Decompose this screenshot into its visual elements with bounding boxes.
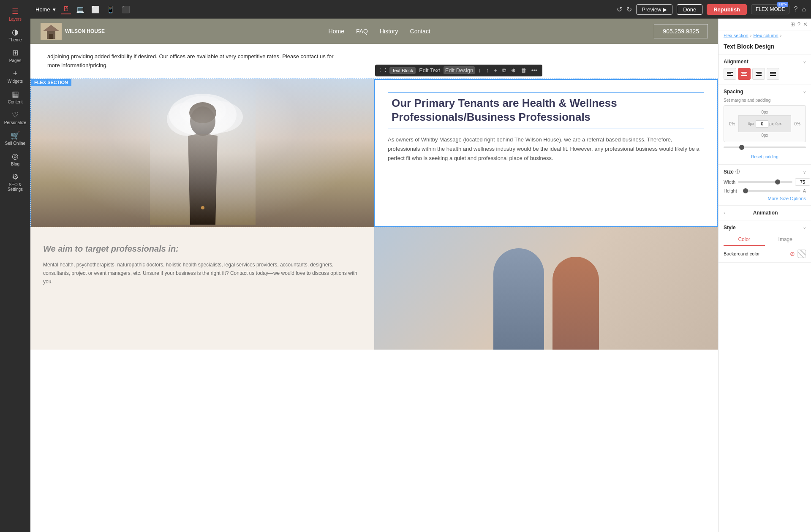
device-desktop-icon[interactable]: 🖥 — [61, 4, 71, 14]
spacing-box: 0px 0% 0px px 0px 0% 0px — [724, 105, 806, 142]
alignment-header[interactable]: Alignment ∨ — [724, 59, 806, 65]
sidebar-item-seo[interactable]: ⚙ SEO & Settings — [0, 170, 30, 195]
breadcrumb-flex-section[interactable]: Flex section — [724, 33, 748, 38]
cloud-overlay — [31, 79, 374, 227]
breadcrumb-sep-1: › — [750, 33, 752, 38]
align-left-button[interactable] — [724, 68, 736, 80]
flex-text-column: ⋮⋮ Text Block Edit Text Edit Design ↓ ↑ … — [374, 79, 718, 227]
flex-mode-badge[interactable]: BETA FLEX MODE — [751, 4, 789, 14]
height-auto-button[interactable]: A — [803, 188, 806, 193]
edit-text-button[interactable]: Edit Text — [417, 66, 442, 74]
duplicate-button[interactable]: ⧉ — [501, 66, 508, 75]
delete-button[interactable]: 🗑 — [519, 66, 528, 74]
person-figure-1 — [493, 248, 544, 350]
device-mobile-icon[interactable]: 📱 — [105, 5, 117, 14]
main-area: Home ▾ 🖥 💻 ⬜ 📱 ⬛ ↺ ↻ Preview ▶ Done Repu… — [30, 0, 811, 532]
help-icon[interactable]: ? — [794, 5, 797, 13]
size-info-icon[interactable]: ⓘ — [735, 169, 740, 175]
sidebar-item-theme[interactable]: ◑ Theme — [0, 25, 30, 46]
width-slider[interactable] — [738, 181, 792, 183]
nav-contact[interactable]: Contact — [410, 28, 430, 35]
preview-button[interactable]: Preview ▶ — [636, 4, 672, 15]
width-input[interactable] — [795, 178, 810, 186]
text-block-toolbar: ⋮⋮ Text Block Edit Text Edit Design ↓ ↑ … — [375, 65, 542, 76]
seo-icon: ⚙ — [12, 173, 19, 181]
move-down-button[interactable]: ↓ — [476, 66, 483, 74]
sidebar-item-sell[interactable]: 🛒 Sell Online — [0, 128, 30, 149]
panel-question-icon[interactable]: ? — [797, 21, 800, 27]
nav-history[interactable]: History — [380, 28, 398, 35]
align-right-button[interactable] — [752, 68, 765, 80]
more-size-link[interactable]: More Size Options — [724, 196, 806, 201]
sidebar-label-sell: Sell Online — [5, 141, 25, 146]
sidebar-label-seo: SEO & Settings — [2, 182, 29, 192]
align-stretch-button[interactable] — [767, 68, 779, 80]
sidebar-item-personalize[interactable]: ♡ Personalize — [0, 108, 30, 128]
move-up-button[interactable]: ↑ — [484, 66, 491, 74]
pages-icon: ⊞ — [12, 49, 19, 57]
add-button[interactable]: + — [492, 66, 499, 74]
nav-faq[interactable]: FAQ — [356, 28, 368, 35]
spacing-bottom-value[interactable]: 0px — [727, 132, 802, 138]
flex-section-1: FLEX SECTION — [30, 79, 718, 227]
nav-phone[interactable]: 905.259.9825 — [654, 24, 708, 38]
sidebar-label-blog: Blog — [11, 162, 19, 166]
style-tab-color[interactable]: Color — [724, 234, 765, 246]
spacing-slider[interactable] — [724, 147, 806, 148]
svg-rect-3 — [49, 34, 53, 39]
height-slider[interactable] — [743, 190, 800, 192]
widgets-icon: + — [13, 70, 18, 77]
home-link-icon[interactable]: ⌂ — [802, 5, 806, 13]
redo-button[interactable]: ↻ — [626, 5, 632, 14]
nav-home[interactable]: Home — [329, 28, 344, 35]
breadcrumb-flex-column[interactable]: Flex column — [753, 33, 778, 38]
spacing-top-value[interactable]: 0px — [727, 109, 802, 115]
device-tablet-icon[interactable]: ⬜ — [90, 5, 101, 14]
device-laptop-icon[interactable]: 💻 — [74, 5, 86, 14]
device-wide-icon[interactable]: ⬛ — [120, 5, 132, 14]
reset-padding-link[interactable]: Reset padding — [751, 155, 778, 159]
animation-row[interactable]: › Animation — [724, 210, 806, 216]
flex-2-left-column: We aim to target professionals in: Menta… — [30, 227, 374, 350]
panel-title: Text Block Design — [718, 41, 811, 54]
bg-color-block: ⊘ — [790, 250, 806, 258]
blog-icon: ◎ — [12, 152, 19, 160]
undo-button[interactable]: ↺ — [617, 5, 622, 14]
padding-inner-input[interactable] — [756, 120, 768, 128]
logo-icon — [41, 23, 62, 40]
spacing-middle: 0% 0px px 0px 0% — [727, 115, 802, 132]
sidebar-item-blog[interactable]: ◎ Blog — [0, 149, 30, 170]
sidebar-item-widgets[interactable]: + Widgets — [0, 66, 30, 87]
spacing-left-value[interactable]: 0% — [727, 122, 737, 126]
text-block-label: Text Block — [389, 67, 416, 74]
spacing-right-value[interactable]: 0% — [793, 122, 802, 126]
device-icons: 🖥 💻 ⬜ 📱 ⬛ — [61, 4, 132, 14]
sidebar-item-content[interactable]: ▦ Content — [0, 87, 30, 108]
sidebar-item-pages[interactable]: ⊞ Pages — [0, 46, 30, 66]
done-button[interactable]: Done — [677, 4, 702, 15]
spacing-section: Spacing ∨ Set margins and padding 0px 0%… — [718, 84, 811, 165]
panel-layout-icon[interactable]: ⊞ — [790, 21, 795, 27]
no-color-icon[interactable]: ⊘ — [790, 250, 795, 257]
bg-color-swatch[interactable] — [797, 250, 806, 258]
edit-design-button[interactable]: Edit Design — [444, 66, 475, 74]
panel-close-icon[interactable]: ✕ — [803, 21, 808, 27]
style-tab-image[interactable]: Image — [765, 234, 806, 246]
more-button[interactable]: ••• — [530, 66, 539, 74]
align-center-button[interactable] — [738, 68, 751, 80]
drag-handle-icon[interactable]: ⋮⋮ — [378, 68, 388, 73]
size-header[interactable]: Size ⓘ ∨ — [724, 169, 806, 175]
sidebar-item-layers[interactable]: ☰ Layers — [0, 4, 30, 25]
settings-button[interactable]: ⊕ — [509, 66, 517, 74]
style-header[interactable]: Style ∨ — [724, 225, 806, 231]
padding-bottom-value[interactable]: 0px — [776, 121, 782, 127]
sidebar-label-layers: Layers — [9, 17, 22, 22]
spacing-header[interactable]: Spacing ∨ — [724, 89, 806, 95]
svg-rect-17 — [741, 75, 747, 76]
padding-top-value[interactable]: 0px — [748, 121, 754, 127]
home-selector[interactable]: Home ▾ — [35, 6, 56, 13]
panel-top-bar: ⊞ ? ✕ — [718, 19, 811, 30]
spacing-title: Spacing — [724, 89, 743, 95]
target-para: Mental health, psychotherapists, naturop… — [43, 261, 362, 286]
republish-button[interactable]: Republish — [707, 4, 747, 15]
